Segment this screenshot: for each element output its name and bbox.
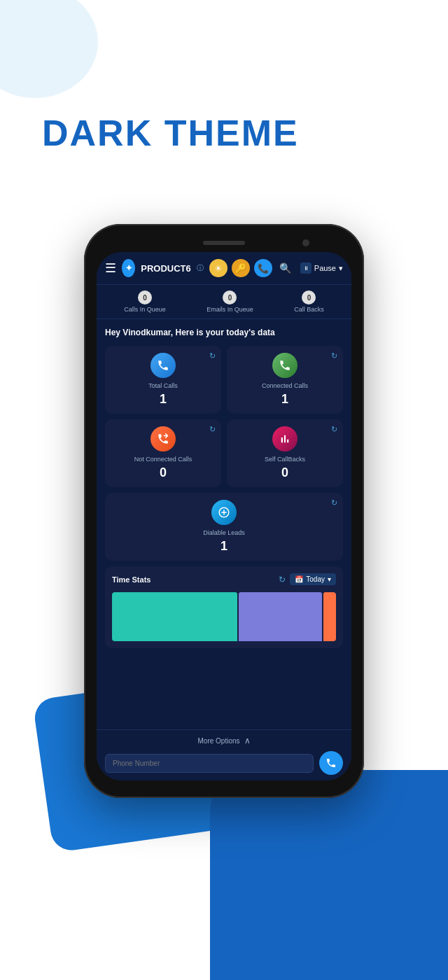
queue-item-callbacks: 0 Call Backs <box>294 290 324 313</box>
time-stats-header: Time Stats ↻ 📅 Today ▾ <box>112 573 336 585</box>
chart-bar-orange <box>323 592 336 641</box>
header-info-icon: ⓘ <box>197 263 204 273</box>
header-logo: ✦ <box>122 259 135 277</box>
stat-card-not-connected-calls: ↻ Not Connected Calls 0 <box>105 419 221 487</box>
time-stats-controls: ↻ 📅 Today ▾ <box>279 573 336 585</box>
key-icon-button[interactable]: 🔑 <box>232 259 250 277</box>
total-calls-icon <box>150 353 176 378</box>
calls-in-queue-badge: 0 <box>138 290 152 304</box>
today-filter-button[interactable]: 📅 Today ▾ <box>290 573 336 585</box>
not-connected-calls-icon <box>150 426 176 451</box>
total-calls-value: 1 <box>160 392 167 407</box>
stat-card-connected-calls: ↻ Connected Calls 1 <box>227 346 343 414</box>
phone-outer: ☰ ✦ PRODUCT6 ⓘ ☀ 🔑 📞 🔍 ⏸ Pause ▾ <box>84 224 364 798</box>
phone-speaker <box>203 241 245 245</box>
more-options-label: More Options <box>197 737 239 745</box>
phone-mockup: ☰ ✦ PRODUCT6 ⓘ ☀ 🔑 📞 🔍 ⏸ Pause ▾ <box>84 224 364 798</box>
chart-bar-teal <box>112 592 237 641</box>
self-callbacks-icon <box>272 426 298 451</box>
phone-screen: ☰ ✦ PRODUCT6 ⓘ ☀ 🔑 📞 🔍 ⏸ Pause ▾ <box>97 252 351 780</box>
queue-item-emails: 0 Emails In Queue <box>206 290 253 313</box>
dialable-leads-icon <box>211 500 237 525</box>
header-bar: ☰ ✦ PRODUCT6 ⓘ ☀ 🔑 📞 🔍 ⏸ Pause ▾ <box>97 252 351 285</box>
logo-icon: ✦ <box>125 263 132 273</box>
bottom-bar: More Options ∧ <box>97 729 351 780</box>
greeting-text: Hey Vinodkumar, Here is your today's dat… <box>105 328 343 337</box>
background-shape <box>210 770 448 980</box>
dialable-leads-refresh-icon[interactable]: ↻ <box>331 498 337 507</box>
background-circle <box>0 0 98 98</box>
page-title: DARK THEME <box>42 112 299 154</box>
pause-button[interactable]: ⏸ Pause ▾ <box>300 262 343 274</box>
stat-card-self-callbacks: ↻ Self CallBacks 0 <box>227 419 343 487</box>
dialable-leads-value: 1 <box>220 539 227 554</box>
search-icon-button[interactable]: 🔍 <box>276 259 295 277</box>
not-connected-refresh-icon[interactable]: ↻ <box>209 425 216 434</box>
calls-in-queue-label: Calls In Queue <box>124 306 166 313</box>
queue-bar: 0 Calls In Queue 0 Emails In Queue 0 Cal… <box>97 285 351 319</box>
self-callbacks-label: Self CallBacks <box>265 456 305 463</box>
phone-number-input[interactable] <box>105 754 314 773</box>
today-chevron-icon: ▾ <box>328 575 331 583</box>
connected-calls-value: 1 <box>281 392 288 407</box>
stat-card-dialable-leads: ↻ Dialable Leads 1 <box>105 493 343 561</box>
connected-calls-refresh-icon[interactable]: ↻ <box>331 351 337 360</box>
connected-calls-label: Connected Calls <box>262 382 308 389</box>
not-connected-calls-label: Not Connected Calls <box>134 456 192 463</box>
more-options-arrow-icon[interactable]: ∧ <box>244 736 251 746</box>
total-calls-label: Total Calls <box>148 382 178 389</box>
today-label: Today <box>306 575 325 583</box>
header-title: PRODUCT6 <box>141 263 191 274</box>
sun-icon-button[interactable]: ☀ <box>209 259 227 277</box>
time-stats-section: Time Stats ↻ 📅 Today ▾ <box>105 566 343 648</box>
emails-in-queue-label: Emails In Queue <box>206 306 253 313</box>
main-content: Hey Vinodkumar, Here is your today's dat… <box>97 319 351 778</box>
phone-notch <box>97 237 351 252</box>
time-stats-chart <box>112 592 336 641</box>
phone-camera <box>302 239 309 246</box>
time-stats-title: Time Stats <box>112 575 150 584</box>
stats-grid: ↻ Total Calls 1 ↻ <box>105 346 343 487</box>
call-button[interactable] <box>319 751 343 775</box>
phone-icon-button[interactable]: 📞 <box>254 259 272 277</box>
queue-item-calls: 0 Calls In Queue <box>124 290 166 313</box>
not-connected-calls-value: 0 <box>160 465 167 480</box>
dialable-leads-label: Dialable Leads <box>203 529 245 536</box>
pause-label: Pause <box>314 264 336 272</box>
call-backs-label: Call Backs <box>294 306 324 313</box>
calendar-icon: 📅 <box>295 575 303 583</box>
emails-in-queue-badge: 0 <box>223 290 237 304</box>
more-options-row: More Options ∧ <box>105 736 343 746</box>
self-callbacks-value: 0 <box>281 465 288 480</box>
chart-bar-purple <box>239 592 322 641</box>
phone-input-row <box>105 751 343 775</box>
pause-chevron: ▾ <box>339 264 343 273</box>
time-stats-refresh-icon[interactable]: ↻ <box>279 575 286 584</box>
call-backs-badge: 0 <box>302 290 316 304</box>
self-callbacks-refresh-icon[interactable]: ↻ <box>331 425 337 434</box>
total-calls-refresh-icon[interactable]: ↻ <box>209 351 216 360</box>
connected-calls-icon <box>272 353 298 378</box>
menu-icon[interactable]: ☰ <box>105 260 116 276</box>
stat-card-total-calls: ↻ Total Calls 1 <box>105 346 221 414</box>
header-icons: ☀ 🔑 📞 🔍 <box>209 259 295 277</box>
pause-icon: ⏸ <box>300 262 312 274</box>
